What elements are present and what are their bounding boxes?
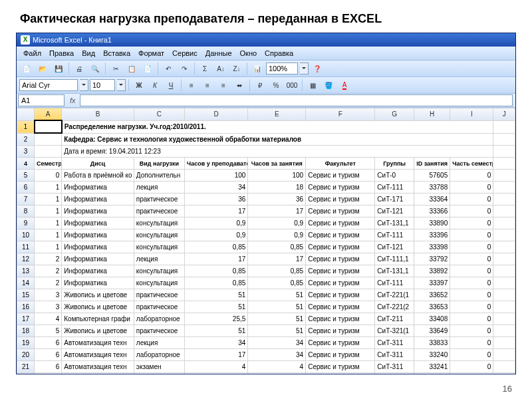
cell[interactable]: 33649 [414,325,450,337]
comma-icon[interactable]: 000 [285,78,299,92]
cell[interactable]: 33241 [414,361,450,373]
cell[interactable]: консультация [134,217,184,229]
cell[interactable]: 33364 [414,194,450,205]
cell[interactable]: 0,85 [184,241,248,253]
cell[interactable]: консультация [134,241,184,253]
cell[interactable]: 36 [184,194,248,205]
cell[interactable]: 51 [184,301,248,313]
col-J[interactable]: J [493,108,515,121]
cell[interactable]: 6 [35,337,62,349]
row-header[interactable]: 8 [17,205,35,217]
menu-insert[interactable]: Вставка [99,47,134,60]
cell[interactable]: 0 [450,205,493,217]
cell[interactable]: Сервис и туризм [306,325,375,337]
cell[interactable]: 51 [248,301,306,313]
cell[interactable]: 0 [450,229,493,241]
cell[interactable]: СиТ-321(1 [375,325,414,337]
cell[interactable] [493,325,515,337]
cell[interactable]: 51 [248,313,306,325]
merge-icon[interactable]: ⬌ [232,78,247,92]
row-header[interactable]: 9 [17,217,35,229]
cell[interactable]: практическое [134,289,184,301]
cell[interactable]: 0 [450,349,493,361]
cell[interactable]: 33242 [414,373,450,374]
cell[interactable]: практическое [134,325,184,337]
cell[interactable]: 0 [450,313,493,325]
cell[interactable]: Сервис и туризм [306,265,375,277]
col-G[interactable]: G [375,108,414,121]
cell[interactable]: 17 [184,253,248,265]
row-header[interactable]: 18 [17,325,35,337]
name-box[interactable] [18,94,65,106]
cell[interactable] [493,349,515,361]
cell[interactable]: Информатика [62,241,134,253]
cell[interactable]: 100 [184,170,248,182]
cell[interactable]: Информатика [62,229,134,241]
cut-icon[interactable]: ✂ [108,61,123,76]
cell[interactable]: 2 [35,277,62,289]
col-D[interactable]: D [184,108,248,121]
cell[interactable]: 0 [450,289,493,301]
undo-icon[interactable]: ↶ [161,61,176,76]
menu-help[interactable]: Справка [261,47,297,60]
cell[interactable]: Информатика [62,253,134,265]
print-icon[interactable]: 🖨 [72,61,86,76]
cell[interactable] [493,373,515,374]
chart-icon[interactable]: 📊 [250,61,265,76]
cell[interactable]: 0 [450,277,493,289]
align-left-icon[interactable]: ≡ [184,78,199,92]
cell[interactable]: СиТ-221(2 [375,301,414,313]
cell[interactable]: 33788 [414,182,450,194]
cell[interactable] [493,205,515,217]
hdr-type[interactable]: Вид нагрузки [134,158,184,170]
underline-icon[interactable]: Ч [164,78,178,92]
cell[interactable] [493,301,515,313]
row-header[interactable]: 5 [17,170,35,182]
cell[interactable]: 0 [450,361,493,373]
cell[interactable]: 0 [450,373,493,374]
cell[interactable]: практическое [134,301,184,313]
cell[interactable] [493,361,515,373]
cell[interactable]: Автоматизация техн [62,373,134,374]
cell[interactable]: 33398 [414,241,450,253]
hdr-part[interactable]: Часть семестра [450,158,493,170]
hdr-id[interactable]: ID занятия [414,158,450,170]
sum-icon[interactable]: Σ [198,61,212,76]
cell[interactable]: 17 [184,205,248,217]
fx-label[interactable]: fx [66,96,80,104]
cell[interactable]: Компьютерная графи [62,313,134,325]
cell[interactable]: 6 [35,361,62,373]
row-header[interactable]: 1 [17,120,35,133]
cell[interactable]: 1,7 [248,373,306,374]
sort-desc-icon[interactable]: Z↓ [229,61,244,76]
cell[interactable]: СиТ-111 [375,229,414,241]
cell[interactable]: 0 [450,194,493,205]
size-drop-icon[interactable] [117,79,126,91]
cell[interactable]: практическое [134,194,184,205]
cell[interactable]: 34 [248,349,306,361]
cell[interactable]: 1 [35,229,62,241]
cell[interactable] [493,289,515,301]
font-size-input[interactable] [90,79,115,91]
row-header[interactable]: 19 [17,337,35,349]
hdr-hours-class[interactable]: Часов за занятия [248,158,306,170]
cell[interactable]: 0,85 [248,265,306,277]
cell[interactable]: 0,85 [248,241,306,253]
col-C[interactable]: C [134,108,184,121]
cell[interactable]: 51 [184,325,248,337]
cell[interactable]: 100 [248,170,306,182]
row-header[interactable]: 15 [17,289,35,301]
help-icon[interactable]: ❓ [310,61,325,76]
row-header[interactable]: 10 [17,229,35,241]
cell[interactable]: 4 [35,313,62,325]
cell[interactable]: Сервис и туризм [306,349,375,361]
cell[interactable]: 51 [248,325,306,337]
row-header[interactable]: 22 [17,373,35,374]
row-header[interactable]: 16 [17,301,35,313]
cell[interactable] [493,241,515,253]
menu-format[interactable]: Формат [134,47,168,60]
cell[interactable]: Сервис и туризм [306,337,375,349]
cell[interactable]: 3 [35,301,62,313]
col-I[interactable]: I [450,108,493,121]
cell[interactable]: 51 [184,289,248,301]
